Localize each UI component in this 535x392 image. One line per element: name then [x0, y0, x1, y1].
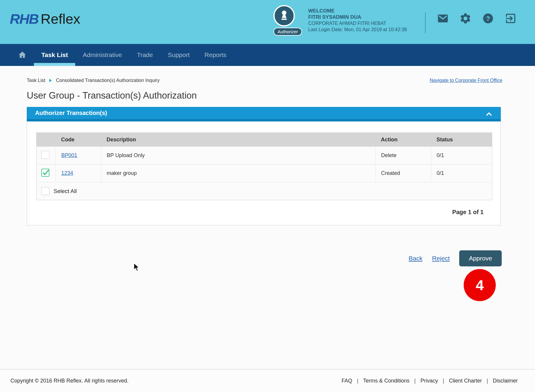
user-name: FITRI SYSADMIN DUA [308, 14, 407, 20]
nav-tab-trade[interactable]: Trade [129, 44, 160, 66]
user-avatar-block: Authorizer [273, 5, 295, 36]
footer-link-terms[interactable]: Terms & Conditions [363, 378, 410, 384]
breadcrumb-current: Consolidated Transaction(s) Authorizatio… [56, 78, 160, 83]
table-header-row: Code Description Action Status [37, 133, 492, 147]
app-header: RHBReflex Authorizer WELCOME FITRI SYSAD… [0, 0, 535, 44]
page-footer: Copyright © 2016 RHB Reflex. All rights … [0, 369, 535, 392]
mail-icon[interactable] [436, 12, 449, 25]
footer-separator: | [357, 378, 358, 384]
panel-header: Authorizer Transaction(s) [27, 107, 501, 121]
main-nav: Task List Administrative Trade Support R… [0, 44, 535, 66]
breadcrumb-arrow-icon [49, 79, 52, 82]
nav-tab-administrative[interactable]: Administrative [75, 44, 129, 66]
footer-separator: | [414, 378, 416, 384]
annotation-step-badge: 4 [464, 269, 496, 301]
footer-link-disclaimer[interactable]: Disclaimer [493, 378, 518, 384]
row-checkbox[interactable] [41, 151, 49, 159]
footer-separator: | [443, 378, 444, 384]
logo-reflex-text: Reflex [41, 11, 80, 27]
svg-text:?: ? [486, 15, 490, 22]
footer-link-faq[interactable]: FAQ [342, 378, 352, 384]
back-link[interactable]: Back [409, 255, 423, 262]
welcome-block: WELCOME FITRI SYSADMIN DUA CORPORATE AHM… [308, 8, 407, 33]
home-icon[interactable] [17, 44, 28, 66]
welcome-label: WELCOME [308, 8, 407, 14]
authorizer-transactions-panel: Authorizer Transaction(s) Code Descripti… [27, 107, 501, 225]
actions-row: Back Reject Approve [409, 250, 502, 266]
collapse-chevron-up-icon[interactable] [485, 110, 493, 119]
authorizer-role-badge: Authorizer [273, 28, 302, 36]
panel-title: Authorizer Transaction(s) [35, 110, 107, 116]
rhb-reflex-logo: RHBReflex [10, 11, 80, 27]
column-header-code: Code [56, 133, 101, 147]
header-checkbox-spacer [37, 133, 56, 147]
footer-link-client-charter[interactable]: Client Charter [449, 378, 482, 384]
header-divider [425, 12, 426, 33]
reject-link[interactable]: Reject [432, 255, 450, 262]
nav-tab-task-list[interactable]: Task List [34, 44, 75, 66]
company-name: CORPORATE AHMAD FITRI HEBAT [308, 20, 407, 26]
select-all-label: Select All [54, 188, 77, 195]
action-cell: Created [376, 165, 431, 182]
user-stamp-icon [278, 9, 291, 23]
approve-button[interactable]: Approve [459, 250, 502, 266]
row-checkbox[interactable] [41, 169, 49, 177]
column-header-action: Action [376, 133, 431, 147]
column-header-status: Status [431, 133, 492, 147]
select-all-row: Select All [37, 182, 492, 200]
breadcrumb: Task List Consolidated Transaction(s) Au… [27, 78, 160, 83]
logout-icon[interactable] [504, 12, 517, 25]
footer-link-privacy[interactable]: Privacy [421, 378, 438, 384]
description-cell: maker group [101, 165, 376, 182]
copyright-text: Copyright © 2016 RHB Reflex. All rights … [10, 378, 128, 384]
status-cell: 0/1 [431, 165, 492, 182]
main-content: Task List Consolidated Transaction(s) Au… [0, 66, 535, 369]
status-cell: 0/1 [431, 147, 492, 165]
logo-rhb-text: RHB [10, 11, 38, 27]
breadcrumb-task-list-link[interactable]: Task List [27, 78, 45, 83]
footer-separator: | [487, 378, 488, 384]
corporate-front-office-link[interactable]: Navigate to Corporate Front Office [430, 78, 502, 83]
page-title: User Group - Transaction(s) Authorizatio… [27, 90, 502, 101]
panel-body: Code Description Action Status BP001 [27, 121, 501, 225]
mouse-cursor [133, 263, 141, 273]
pagination-label: Page 1 of 1 [36, 209, 492, 216]
header-icon-bar: ? [436, 12, 517, 25]
description-cell: BP Upload Only [101, 147, 376, 165]
code-link[interactable]: BP001 [61, 152, 77, 158]
select-all-checkbox[interactable] [41, 187, 49, 195]
help-icon[interactable]: ? [482, 12, 495, 25]
column-header-description: Description [101, 133, 376, 147]
breadcrumb-row: Task List Consolidated Transaction(s) Au… [27, 78, 502, 83]
table-row: BP001 BP Upload Only Delete 0/1 [37, 147, 492, 165]
table-row: 1234 maker group Created 0/1 [37, 165, 492, 182]
settings-gear-icon[interactable] [459, 12, 472, 25]
code-link[interactable]: 1234 [61, 170, 73, 176]
nav-tab-reports[interactable]: Reports [197, 44, 234, 66]
footer-links: FAQ | Terms & Conditions | Privacy | Cli… [342, 378, 518, 384]
avatar [273, 5, 295, 26]
transactions-table: Code Description Action Status BP001 [36, 132, 492, 200]
nav-tab-support[interactable]: Support [160, 44, 197, 66]
last-login-date: Last Login Date: Mon, 01 Apr 2019 at 10:… [308, 26, 407, 33]
action-cell: Delete [376, 147, 431, 165]
